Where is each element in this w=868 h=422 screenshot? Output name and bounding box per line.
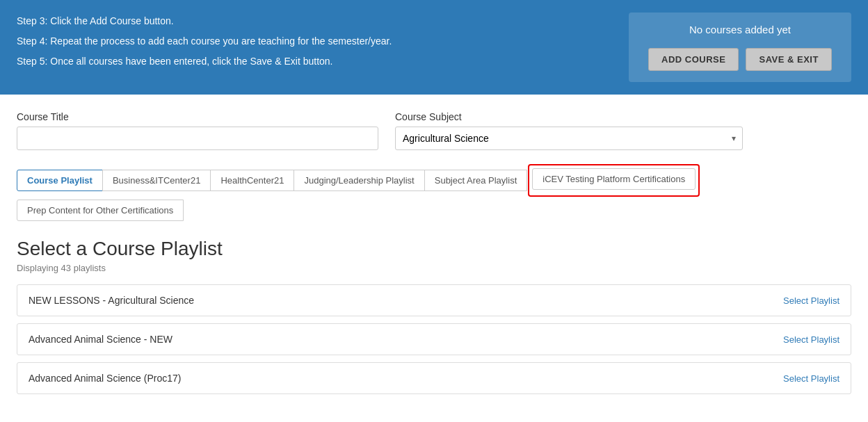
tab-icev-certifications[interactable]: iCEV Testing Platform Certifications xyxy=(532,168,696,190)
course-subject-group: Course Subject Agricultural Science Busi… xyxy=(395,111,743,150)
tabs-section: Course Playlist Business&ITCenter21 Heal… xyxy=(17,164,851,224)
course-subject-label: Course Subject xyxy=(395,111,743,122)
course-subject-select[interactable]: Agricultural Science Business & IT Healt… xyxy=(395,127,743,150)
banner-right-panel: No courses added yet ADD COURSE SAVE & E… xyxy=(629,13,851,82)
icev-tab-highlight-box: iCEV Testing Platform Certifications xyxy=(528,164,700,197)
tab-business-it[interactable]: Business&ITCenter21 xyxy=(102,170,211,191)
course-title-label: Course Title xyxy=(17,111,378,122)
select-playlist-link-2[interactable]: Select Playlist xyxy=(783,373,839,384)
playlist-item-name: Advanced Animal Science - NEW xyxy=(29,334,172,345)
course-title-input[interactable] xyxy=(17,127,378,150)
no-courses-message: No courses added yet xyxy=(643,24,837,35)
tab-course-playlist[interactable]: Course Playlist xyxy=(17,170,103,191)
playlist-section: Select a Course Playlist Displaying 43 p… xyxy=(17,238,851,394)
banner-action-buttons: ADD COURSE SAVE & EXIT xyxy=(643,48,837,71)
playlist-item: Advanced Animal Science - NEW Select Pla… xyxy=(17,323,851,355)
playlist-item-name: Advanced Animal Science (Proc17) xyxy=(29,373,181,384)
add-course-button[interactable]: ADD COURSE xyxy=(648,48,739,71)
course-title-group: Course Title xyxy=(17,111,378,150)
course-subject-select-wrapper: Agricultural Science Business & IT Healt… xyxy=(395,127,743,150)
playlist-title: Select a Course Playlist xyxy=(17,238,851,260)
top-banner: Step 3: Click the Add Course button. Ste… xyxy=(0,0,868,95)
tab-subject-area[interactable]: Subject Area Playlist xyxy=(424,170,528,191)
playlist-subtitle: Displaying 43 playlists xyxy=(17,263,851,273)
tabs-row-second: Prep Content for Other Certifications xyxy=(17,200,851,224)
banner-instructions: Step 3: Click the Add Course button. Ste… xyxy=(17,13,629,74)
tab-health[interactable]: HealthCenter21 xyxy=(210,170,294,191)
playlist-item-name: NEW LESSONS - Agricultural Science xyxy=(29,295,194,306)
tab-judging[interactable]: Judging/Leadership Playlist xyxy=(294,170,424,191)
select-playlist-link-1[interactable]: Select Playlist xyxy=(783,334,839,345)
playlist-item: Advanced Animal Science (Proc17) Select … xyxy=(17,362,851,394)
form-row: Course Title Course Subject Agricultural… xyxy=(17,111,851,150)
save-exit-button[interactable]: SAVE & EXIT xyxy=(746,48,831,71)
step3-text: Step 3: Click the Add Course button. xyxy=(17,13,629,30)
tabs-row-first: Course Playlist Business&ITCenter21 Heal… xyxy=(17,164,851,200)
select-playlist-link-0[interactable]: Select Playlist xyxy=(783,295,839,306)
tab-prep-content[interactable]: Prep Content for Other Certifications xyxy=(17,200,184,221)
step4-text: Step 4: Repeat the process to add each c… xyxy=(17,33,629,50)
playlist-item: NEW LESSONS - Agricultural Science Selec… xyxy=(17,284,851,316)
main-content: Course Title Course Subject Agricultural… xyxy=(0,95,868,394)
step5-text: Step 5: Once all courses have been enter… xyxy=(17,53,629,70)
